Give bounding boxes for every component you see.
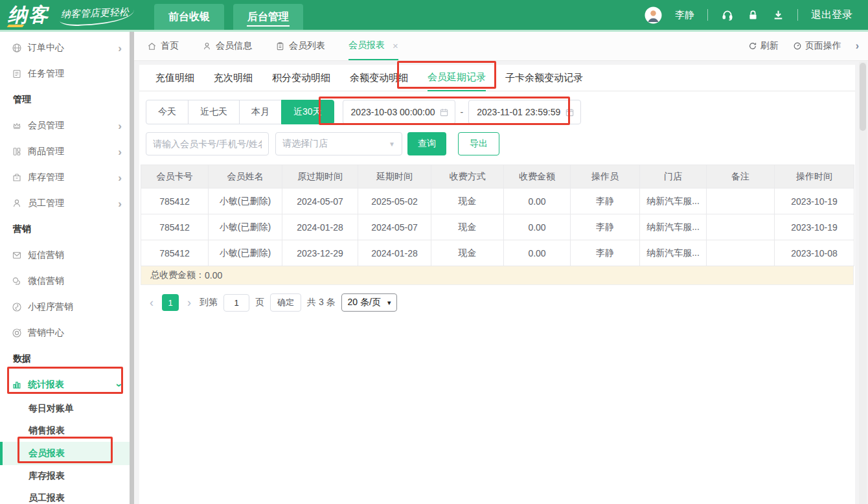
- gauge-icon: [793, 41, 802, 51]
- sidebar-item-order-center[interactable]: 订单中心 ›: [0, 35, 130, 61]
- sidebar-item-wechat-marketing[interactable]: 微信营销: [0, 268, 130, 294]
- report-tab-points-changes[interactable]: 积分变动明细: [272, 65, 330, 91]
- pagination: ‹ 1 › 到第 页 确定 共 3 条 20 条/页 ▾: [147, 293, 855, 312]
- support-headset-icon[interactable]: [721, 8, 734, 21]
- tab-member-list[interactable]: 会员列表: [275, 32, 325, 60]
- sidebar-item-task-management[interactable]: 任务管理: [0, 61, 130, 87]
- scrollbar-thumb[interactable]: [860, 63, 866, 131]
- sidebar-item-sales-report[interactable]: 销售报表: [0, 420, 130, 442]
- report-panel: 充值明细 充次明细 积分变动明细 余额变动明细 会员延期记录 子卡余额变动记录 …: [139, 65, 855, 504]
- dropdown-arrow-icon: ▼: [389, 141, 395, 148]
- quick-filter-this-month[interactable]: 本月: [239, 100, 282, 124]
- username[interactable]: 李静: [675, 9, 694, 21]
- header-divider: [797, 9, 798, 21]
- quick-filter-last30days[interactable]: 近30天: [281, 100, 334, 124]
- logo: 纳客 纳客管店更轻松: [8, 2, 134, 29]
- box-icon: [12, 172, 22, 183]
- nav-backoffice-button[interactable]: 后台管理: [233, 4, 303, 30]
- chevron-right-icon: ›: [118, 198, 122, 209]
- chevron-right-icon: ›: [118, 43, 122, 54]
- current-page-button[interactable]: 1: [162, 294, 179, 311]
- globe-icon: [12, 43, 22, 53]
- sidebar-item-staff-report[interactable]: 员工报表: [0, 487, 130, 504]
- sidebar-item-inventory-management[interactable]: 库存管理 ›: [0, 165, 130, 190]
- report-tab-punch-detail[interactable]: 充次明细: [214, 65, 253, 91]
- sidebar-item-inventory-report[interactable]: 库存报表: [0, 465, 130, 487]
- crown-icon: [12, 120, 22, 131]
- goto-label: 到第: [200, 297, 218, 308]
- goto-page-input[interactable]: [223, 294, 249, 312]
- sidebar-item-staff-management[interactable]: 员工管理 ›: [0, 190, 130, 216]
- sidebar-scrollbar[interactable]: [130, 32, 134, 504]
- confirm-page-button[interactable]: 确定: [270, 293, 301, 312]
- logo-text: 纳客: [8, 2, 49, 29]
- quick-filter-today[interactable]: 今天: [146, 100, 188, 124]
- col-operation-time: 操作时间: [775, 165, 854, 189]
- tab-member-info[interactable]: 会员信息: [202, 32, 252, 60]
- prev-page-icon[interactable]: ‹: [147, 297, 156, 308]
- sidebar-item-daily-statement[interactable]: 每日对账单: [0, 398, 130, 420]
- tab-member-report[interactable]: 会员报表 ×: [348, 32, 398, 60]
- report-tab-subcard-balance-changes[interactable]: 子卡余额变动记录: [505, 65, 583, 91]
- tab-bar-actions: 刷新 页面操作 ›: [748, 32, 859, 60]
- sidebar-item-product-management[interactable]: 商品管理 ›: [0, 139, 130, 165]
- goods-icon: [12, 146, 22, 157]
- col-original-expiry: 原过期时间: [282, 165, 358, 189]
- col-fee-amount: 收费金额: [504, 165, 571, 189]
- query-button[interactable]: 查询: [407, 132, 446, 155]
- date-from-input[interactable]: 2023-10-03 00:00:00: [343, 100, 455, 124]
- nav-frontdesk-button[interactable]: 前台收银: [154, 4, 224, 30]
- extension-records-table: 会员卡号 会员姓名 原过期时间 延期时间 收费方式 收费金额 操作员 门店 备注…: [141, 165, 854, 266]
- quick-date-group: 今天 近七天 本月 近30天: [146, 100, 334, 124]
- report-tab-member-extension-records[interactable]: 会员延期记录: [428, 65, 486, 91]
- member-search-input[interactable]: [146, 132, 269, 155]
- page-size-select[interactable]: 20 条/页 ▾: [341, 293, 398, 312]
- chevron-right-icon[interactable]: ›: [856, 40, 859, 52]
- top-header: 纳客 纳客管店更轻松 前台收银 后台管理 李静: [0, 0, 868, 30]
- date-filter-row: 今天 近七天 本月 近30天 2023-10-03 00:00:00 - 202…: [146, 100, 855, 124]
- total-count: 共 3 条: [307, 297, 336, 308]
- refresh-button[interactable]: 刷新: [748, 40, 779, 52]
- sidebar-item-member-report[interactable]: 会员报表: [0, 442, 130, 465]
- report-tab-recharge-detail[interactable]: 充值明细: [155, 65, 194, 91]
- sidebar-item-statistics-reports[interactable]: 统计报表 ›: [0, 372, 130, 398]
- lock-icon[interactable]: [747, 9, 759, 21]
- chevron-right-icon: ›: [118, 120, 122, 132]
- report-tab-balance-changes[interactable]: 余额变动明细: [350, 65, 408, 91]
- report-tabs: 充值明细 充次明细 积分变动明细 余额变动明细 会员延期记录 子卡余额变动记录: [139, 65, 855, 91]
- person-icon: [202, 41, 212, 51]
- person-icon: [12, 198, 22, 209]
- sidebar-item-member-management[interactable]: 会员管理 ›: [0, 113, 130, 139]
- quick-filter-last7days[interactable]: 近七天: [188, 100, 240, 124]
- logout-button[interactable]: 退出登录: [811, 8, 852, 22]
- date-separator: -: [461, 107, 464, 117]
- col-payment-method: 收费方式: [431, 165, 504, 189]
- top-nav: 前台收银 后台管理: [154, 4, 303, 30]
- user-avatar[interactable]: [645, 6, 662, 24]
- chevron-right-icon: ›: [118, 146, 122, 157]
- download-icon[interactable]: [772, 9, 784, 21]
- sidebar-item-miniprogram-marketing[interactable]: 小程序营销: [0, 294, 130, 320]
- sidebar-item-marketing-center[interactable]: 营销中心: [0, 320, 130, 346]
- app-root: 纳客 纳客管店更轻松 前台收银 后台管理 李静: [0, 0, 868, 504]
- clipboard-icon: [275, 41, 285, 51]
- calendar-icon: [565, 108, 575, 117]
- export-button[interactable]: 导出: [458, 132, 499, 155]
- sidebar-section-management: 管理: [0, 87, 130, 113]
- sidebar-item-sms-marketing[interactable]: 短信营销: [0, 242, 130, 268]
- next-page-icon[interactable]: ›: [185, 297, 194, 308]
- task-icon: [12, 69, 22, 79]
- tab-home[interactable]: 首页: [147, 32, 179, 60]
- summary-row: 总收费金额： 0.00: [141, 266, 854, 285]
- close-icon[interactable]: ×: [393, 40, 398, 51]
- date-to-input[interactable]: 2023-11-01 23:59:59: [468, 100, 581, 124]
- summary-value: 0.00: [205, 270, 222, 281]
- store-select[interactable]: 请选择门店 ▼: [275, 132, 402, 155]
- col-member-name: 会员姓名: [209, 165, 282, 189]
- table-row: 785412小敏(已删除) 2024-05-072025-05-02 现金0.0…: [141, 189, 854, 214]
- page-operations-button[interactable]: 页面操作: [793, 40, 841, 52]
- sidebar-section-marketing: 营销: [0, 216, 130, 242]
- envelope-icon: [12, 250, 22, 260]
- page-scrollbar[interactable]: [859, 62, 867, 504]
- open-tabs-bar: 首页 会员信息 会员列表 会员报表 × 刷新 页面操作: [134, 32, 868, 61]
